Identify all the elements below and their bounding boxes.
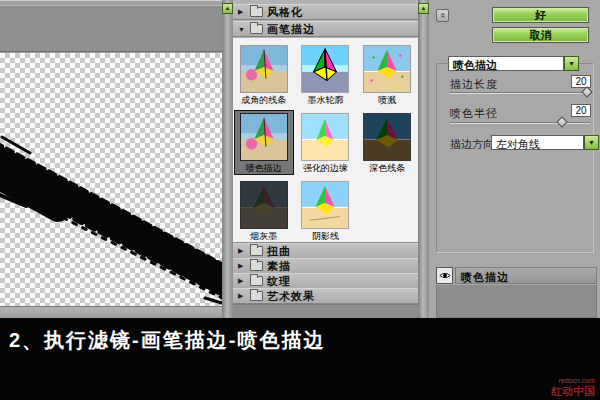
screenshot-root: ▲ ▶ 风格化 ▼ 画笔描边 成角的线条 bbox=[0, 0, 600, 400]
filter-select-value[interactable]: 喷色描边 bbox=[448, 56, 564, 71]
thumb-label: 喷色描边 bbox=[235, 163, 293, 173]
category-stylize[interactable]: ▶ 风格化 bbox=[233, 4, 418, 20]
scroll-up-button[interactable]: ▲ bbox=[418, 3, 429, 14]
thumb-label: 强化的边缘 bbox=[296, 163, 354, 173]
ok-button[interactable]: 好 bbox=[492, 7, 589, 23]
filter-thumb-dark-strokes[interactable]: 深色线条 bbox=[358, 111, 416, 174]
category-sketch[interactable]: ▶ 素描 bbox=[233, 258, 418, 274]
caption-bar: 2、执行滤镜-画笔描边-喷色描边 redocn.com 红动中国 bbox=[0, 318, 600, 400]
folder-icon bbox=[250, 276, 263, 286]
folder-icon bbox=[250, 7, 263, 17]
thumb-label: 喷溅 bbox=[358, 95, 416, 105]
stroke-direction-label: 描边方向: bbox=[450, 137, 497, 152]
preview-canvas[interactable] bbox=[0, 53, 222, 306]
category-texture[interactable]: ▶ 纹理 bbox=[233, 273, 418, 289]
divider-scrollbar-right[interactable]: ▲ bbox=[418, 0, 429, 318]
filter-thumb-crosshatch[interactable]: 阴影线 bbox=[296, 179, 354, 242]
spray-radius-slider[interactable] bbox=[450, 122, 590, 124]
settings-pane: « 好 取消 喷色描边 ▼ 描边长度 20 喷色半径 20 描边方向: 左对角线… bbox=[429, 0, 600, 318]
category-label: 画笔描边 bbox=[267, 22, 315, 37]
filter-thumb-ink-outlines[interactable]: 墨水轮廓 bbox=[296, 43, 354, 106]
stroke-direction-dropdown[interactable]: 左对角线 ▼ bbox=[491, 135, 599, 150]
thumb-label: 墨水轮廓 bbox=[296, 95, 354, 105]
preview-pane bbox=[0, 0, 222, 318]
folder-icon bbox=[250, 246, 263, 256]
category-distort[interactable]: ▶ 扭曲 bbox=[233, 243, 418, 259]
category-label: 扭曲 bbox=[267, 244, 291, 259]
collapsed-triangle-icon: ▶ bbox=[238, 262, 246, 270]
stroke-length-label: 描边长度 bbox=[450, 77, 498, 92]
thumb-label: 成角的线条 bbox=[235, 95, 293, 105]
watermark: redocn.com 红动中国 bbox=[551, 377, 595, 397]
dropdown-arrow-icon[interactable]: ▼ bbox=[584, 135, 599, 150]
collapse-chevrons-icon: « bbox=[437, 13, 448, 18]
filter-pane-footer bbox=[233, 304, 418, 318]
collapsed-triangle-icon: ▶ bbox=[238, 247, 246, 255]
effect-layer-row[interactable]: 喷色描边 bbox=[436, 267, 597, 284]
folder-open-icon bbox=[250, 24, 263, 34]
collapse-panel-button[interactable]: « bbox=[436, 9, 449, 22]
category-label: 素描 bbox=[267, 259, 291, 274]
effect-layers-area bbox=[436, 285, 597, 318]
collapsed-triangle-icon: ▶ bbox=[238, 8, 246, 16]
category-brush-strokes[interactable]: ▼ 画笔描边 bbox=[233, 21, 418, 37]
spray-radius-value[interactable]: 20 bbox=[571, 104, 591, 117]
folder-icon bbox=[250, 291, 263, 301]
watermark-url: redocn.com bbox=[551, 377, 595, 385]
scroll-up-button[interactable]: ▲ bbox=[222, 3, 233, 14]
watermark-brand: 红动中国 bbox=[551, 385, 595, 397]
stroke-direction-value[interactable]: 左对角线 bbox=[491, 135, 584, 150]
collapsed-triangle-icon: ▶ bbox=[238, 277, 246, 285]
filter-thumb-angled-strokes[interactable]: 成角的线条 bbox=[235, 43, 293, 106]
cancel-button[interactable]: 取消 bbox=[492, 27, 589, 43]
filter-thumb-spatter[interactable]: 喷溅 bbox=[358, 43, 416, 106]
dropdown-arrow-icon[interactable]: ▼ bbox=[564, 56, 579, 71]
filter-thumb-accented-edges[interactable]: 强化的边缘 bbox=[296, 111, 354, 174]
divider-scrollbar-left[interactable]: ▲ bbox=[222, 0, 233, 318]
filter-category-pane: ▶ 风格化 ▼ 画笔描边 成角的线条 墨水轮廓 bbox=[233, 0, 418, 318]
thumb-label: 深色线条 bbox=[358, 163, 416, 173]
category-label: 风格化 bbox=[267, 5, 303, 20]
folder-icon bbox=[250, 261, 263, 271]
filter-thumbnail-grid: 成角的线条 墨水轮廓 喷溅 喷色描边 强化的边缘 bbox=[233, 38, 418, 243]
visibility-toggle[interactable] bbox=[436, 267, 453, 284]
category-label: 纹理 bbox=[267, 274, 291, 289]
eye-icon bbox=[439, 271, 451, 280]
collapsed-triangle-icon: ▶ bbox=[238, 292, 246, 300]
category-artistic[interactable]: ▶ 艺术效果 bbox=[233, 288, 418, 304]
spray-radius-label: 喷色半径 bbox=[450, 106, 498, 121]
tutorial-caption: 2、执行滤镜-画笔描边-喷色描边 bbox=[9, 327, 325, 354]
stroke-length-value[interactable]: 20 bbox=[571, 75, 591, 88]
preview-toolbar bbox=[0, 5, 222, 52]
effect-layer-name: 喷色描边 bbox=[455, 267, 597, 284]
thumb-label: 烟灰墨 bbox=[235, 231, 293, 241]
filter-select-dropdown[interactable]: 喷色描边 ▼ bbox=[448, 56, 579, 71]
thumb-label: 阴影线 bbox=[296, 231, 354, 241]
filter-thumb-sumi-e[interactable]: 烟灰墨 bbox=[235, 179, 293, 242]
filter-gallery-dialog: ▲ ▶ 风格化 ▼ 画笔描边 成角的线条 bbox=[0, 0, 600, 318]
category-label: 艺术效果 bbox=[267, 289, 315, 304]
brush-stroke-image bbox=[0, 53, 222, 306]
filter-thumb-sprayed-strokes[interactable]: 喷色描边 bbox=[235, 111, 293, 174]
expanded-triangle-icon: ▼ bbox=[238, 26, 246, 33]
stroke-length-slider[interactable] bbox=[450, 92, 590, 94]
